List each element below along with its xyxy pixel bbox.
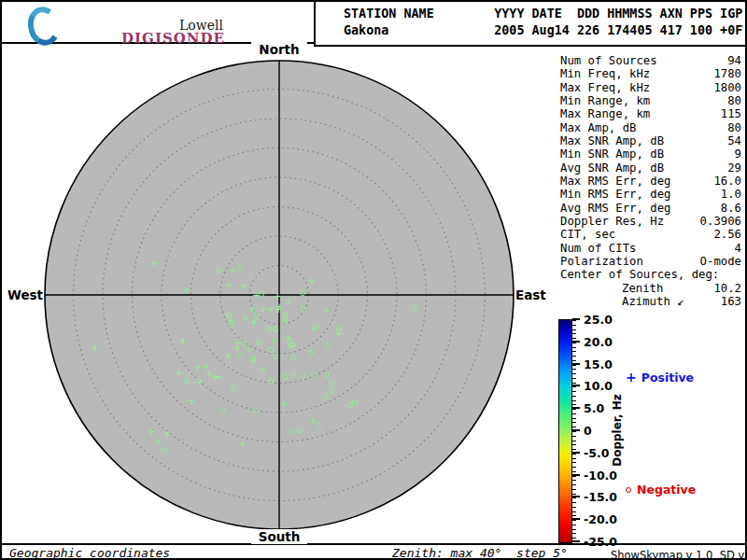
parameter-row: Max RMS Err, deg16.0 [560,175,741,188]
source-point-negative [324,372,330,378]
parameter-value: 29 [727,161,741,175]
source-point-negative [336,326,342,331]
parameter-row: Max Freq, kHz1800 [560,81,741,94]
source-point-negative [260,367,265,372]
compass-label-north: North [251,42,307,57]
colorbar-tick-label: -25.0 [584,535,617,549]
parameter-row: Min RMS Err, deg1.0 [560,188,741,201]
source-point-negative [259,291,264,297]
source-point-negative [241,341,247,346]
source-point-negative [300,290,305,296]
source-point-negative [329,381,334,386]
source-point-negative [162,447,167,453]
source-point-negative [237,265,243,271]
colorbar-tick-label: 20.0 [584,334,613,348]
doppler-colorbar: 25.020.015.010.05.00-5.0-10.0-15.0-20.0-… [558,319,745,543]
parameter-label: Doppler Res, Hz [560,215,664,228]
source-point-positive: + [267,304,274,315]
colorbar-major-tick [572,452,580,454]
skymap-plot-area: ++++++++++++++++++++++++++++++++++++++++… [2,49,547,543]
colorbar-major-tick [572,318,580,320]
parameter-value: 16.0 [713,175,741,188]
parameter-row: Azimuth ↙163 [560,295,741,308]
parameter-list: Num of Sources94Min Freq, kHz1780Max Fre… [560,54,741,308]
parameter-value: 1.0 [721,188,741,201]
compass-label-south: South [251,529,307,544]
source-point-negative [413,305,418,311]
source-point-positive: + [196,376,203,387]
parameter-label: Max Range, km [560,107,650,120]
source-point-negative [273,354,278,359]
colorbar-tick-label: 0 [584,424,592,438]
colorbar-major-tick [572,540,580,542]
source-point-positive: + [225,280,232,291]
parameter-label: Min RMS Err, deg [560,188,670,201]
parameter-row: CIT, sec2.56 [560,228,741,241]
skymap-points-layer: ++++++++++++++++++++++++++++++++++++++++ [44,60,514,530]
colorbar-axis-title: Doppler, Hz [611,374,624,486]
parameter-value: 0.3906 [700,215,741,228]
source-point-positive: + [215,371,221,383]
source-point-positive: + [309,415,316,427]
parameter-row: PolarizationO-mode [560,255,741,268]
parameter-row: Center of Sources, deg: [560,268,741,281]
source-point-positive: + [239,439,246,450]
colorbar-major-tick [572,407,580,409]
parameter-label: Min SNR Amp, dB [560,147,664,161]
source-point-negative [290,372,296,378]
parameter-label: Num of CITs [560,242,636,255]
parameter-row: Num of CITs4 [560,242,741,255]
parameter-label: Azimuth ↙ [560,295,684,308]
source-point-negative [252,407,258,413]
colorbar-tick-label: 15.0 [584,357,613,371]
colorbar-tick-label: -20.0 [584,512,617,526]
parameter-value: 8.6 [721,202,741,215]
negative-legend-text: Negative [637,483,696,497]
source-point-negative [282,374,288,380]
parameter-label: Num of Sources [560,54,657,67]
source-point-negative [352,399,358,405]
source-point-positive: + [224,351,231,362]
source-point-negative [313,324,318,329]
colorbar-major-tick [572,341,580,343]
source-point-positive: + [240,281,247,292]
parameter-value: 9 [735,147,741,161]
source-point-negative [266,327,272,332]
source-point-positive: + [176,368,182,379]
source-point-positive: + [150,259,157,270]
parameter-row: Avg RMS Err, deg8.6 [560,202,741,215]
source-point-negative [289,342,295,347]
coordinates-caption: Geographic coordinates [9,546,170,560]
source-point-positive: + [163,429,170,441]
source-point-negative [229,322,234,328]
source-point-positive: + [246,344,252,356]
parameter-value: 80 [727,121,741,134]
logo-digisonde-text: DIGISONDE [2,30,225,47]
source-point-negative [256,340,261,345]
parameter-row: Avg SNR Amp, dB29 [560,161,741,175]
source-point-negative [290,355,296,360]
parameter-label: Polarization [560,255,643,268]
source-point-negative [273,326,278,331]
version-caption: ShowSkymap v 1.0 SD v 4.2 [611,549,747,560]
logo-box: Lowell DIGISONDE [2,2,314,44]
parameter-value: 94 [727,54,741,67]
parameter-label: Avg SNR Amp, dB [560,161,664,175]
parameter-label: Max Amp, dB [560,121,636,134]
parameter-label: Center of Sources, deg: [560,268,719,281]
source-point-negative [272,338,277,343]
source-point-positive: + [242,314,248,325]
station-header-columns: STATION NAME YYYY DATE DDD HHMMSS AXN PP… [344,7,742,21]
compass-label-east: East [515,287,553,302]
parameter-row: Min SNR Amp, dB9 [560,147,741,161]
source-point-negative [324,394,330,399]
colorbar-minor-ticks [572,320,576,542]
colorbar-tick-label: 10.0 [584,379,613,393]
parameter-row: Num of Sources94 [560,54,741,67]
colorbar-major-tick [572,429,580,431]
source-point-negative [297,428,303,434]
showskymap-window: Lowell DIGISONDE STATION NAME YYYY DATE … [0,0,747,560]
colorbar-major-tick [572,518,580,520]
footer-separator [2,543,747,545]
parameter-row: Zenith10.2 [560,282,741,295]
